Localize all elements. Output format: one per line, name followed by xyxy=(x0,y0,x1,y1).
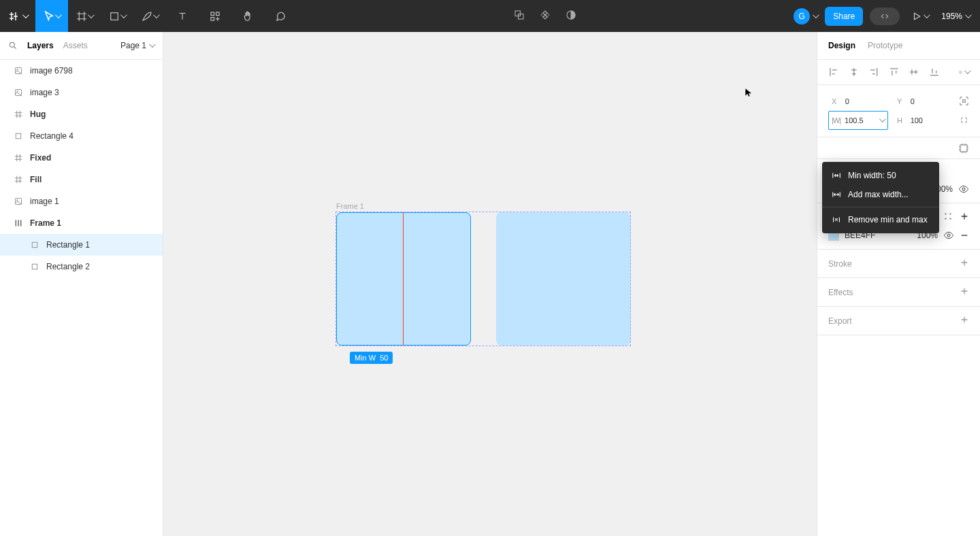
align-left-icon[interactable] xyxy=(828,67,839,78)
zoom-control[interactable]: 195% xyxy=(941,12,970,21)
h-label: H xyxy=(897,116,906,124)
svg-point-11 xyxy=(17,91,18,93)
layer-list: image 6798image 3HugRectangle 4FixedFill… xyxy=(0,60,163,278)
svg-rect-2 xyxy=(216,12,220,16)
frame-icon xyxy=(14,110,23,119)
move-tool[interactable] xyxy=(35,0,68,32)
layer-item[interactable]: image 1 xyxy=(0,190,163,212)
frame-label[interactable]: Frame 1 xyxy=(336,202,364,210)
align-bottom-icon[interactable] xyxy=(929,67,940,78)
y-input[interactable]: 0 xyxy=(911,97,950,105)
layer-item-label: Rectangle 2 xyxy=(46,262,90,271)
layer-item[interactable]: image 3 xyxy=(0,82,163,103)
text-tool[interactable] xyxy=(166,0,199,32)
tab-prototype[interactable]: Prototype xyxy=(868,41,902,50)
popover-remove-label: Remove min and max xyxy=(848,215,928,224)
width-field[interactable]: |W| 100.5 xyxy=(828,111,888,130)
svg-rect-4 xyxy=(515,11,521,16)
layer-item[interactable]: Rectangle 2 xyxy=(0,256,163,278)
fill-visibility-icon[interactable] xyxy=(943,230,954,241)
tab-design[interactable]: Design xyxy=(828,41,855,50)
min-width-badge: Min W 50 xyxy=(350,352,393,364)
svg-point-14 xyxy=(17,200,18,201)
constrain-proportions-icon[interactable] xyxy=(959,115,969,126)
popover-add-max-width[interactable]: Add max width... xyxy=(822,185,939,204)
add-export-button[interactable] xyxy=(960,315,969,326)
resources-tool[interactable] xyxy=(199,0,231,32)
dev-mode-toggle[interactable] xyxy=(870,7,900,25)
layer-item[interactable]: Rectangle 1 xyxy=(0,234,163,256)
add-fill-button[interactable] xyxy=(960,212,969,223)
layer-item-label: Rectangle 1 xyxy=(46,240,90,250)
tab-layers[interactable]: Layers xyxy=(27,41,54,50)
svg-point-23 xyxy=(949,218,951,220)
svg-point-20 xyxy=(945,213,947,215)
chevron-down-icon xyxy=(813,14,818,19)
layer-item[interactable]: Fixed xyxy=(0,147,163,169)
chevron-down-icon xyxy=(22,14,28,19)
frame-tool[interactable] xyxy=(68,0,101,32)
user-menu[interactable]: G xyxy=(794,8,818,24)
tidy-up-icon[interactable] xyxy=(958,67,969,78)
svg-rect-5 xyxy=(519,14,524,19)
width-constraints-popover: Min width: 50 Add max width... Remove mi… xyxy=(822,162,939,233)
effects-section-title: Effects xyxy=(828,288,853,297)
svg-point-22 xyxy=(945,218,947,220)
layer-item-label: Hug xyxy=(30,110,46,119)
visibility-toggle-icon[interactable] xyxy=(958,184,969,195)
page-selector[interactable]: Page 1 xyxy=(120,41,154,50)
frame-icon xyxy=(14,153,23,163)
width-dropdown-toggle[interactable] xyxy=(879,116,885,124)
clip-content-icon[interactable] xyxy=(958,143,969,154)
image-icon xyxy=(14,66,23,76)
rect-icon xyxy=(30,262,39,271)
frame-v-icon xyxy=(14,218,23,228)
frame-outline xyxy=(336,212,631,346)
add-stroke-button[interactable] xyxy=(960,258,969,269)
align-hcenter-icon[interactable] xyxy=(849,67,860,78)
layer-item[interactable]: Frame 1 xyxy=(0,212,163,234)
svg-rect-16 xyxy=(32,264,37,269)
tab-assets[interactable]: Assets xyxy=(63,41,88,50)
svg-rect-3 xyxy=(211,17,214,20)
layer-item[interactable]: Fill xyxy=(0,169,163,190)
popover-min-width[interactable]: Min width: 50 xyxy=(822,166,939,185)
pen-tool[interactable] xyxy=(133,0,166,32)
align-right-icon[interactable] xyxy=(868,67,879,78)
x-input[interactable]: 0 xyxy=(845,97,885,105)
image-icon xyxy=(14,88,23,97)
fill-styles-icon[interactable] xyxy=(943,212,953,223)
width-input[interactable]: 100.5 xyxy=(845,116,875,124)
search-icon[interactable] xyxy=(8,41,18,50)
boolean-ops-icon[interactable] xyxy=(513,9,525,24)
components-icon[interactable] xyxy=(539,9,551,24)
canvas[interactable]: Frame 1 Min W 50 xyxy=(163,32,817,536)
align-top-icon[interactable] xyxy=(889,67,900,78)
absolute-position-icon[interactable] xyxy=(959,96,969,107)
comment-tool[interactable] xyxy=(264,0,297,32)
remove-fill-icon[interactable] xyxy=(960,231,969,240)
layer-item-label: image 6798 xyxy=(30,66,73,76)
image-icon xyxy=(14,197,23,206)
height-input[interactable]: 100 xyxy=(911,116,950,124)
top-toolbar: G Share 195% xyxy=(0,0,980,32)
popover-remove-minmax[interactable]: Remove min and max xyxy=(822,210,939,229)
present-button[interactable] xyxy=(906,12,934,21)
svg-rect-1 xyxy=(211,12,214,16)
layer-item[interactable]: Hug xyxy=(0,103,163,125)
main-menu-button[interactable] xyxy=(0,0,35,32)
hand-tool[interactable] xyxy=(231,0,264,32)
svg-point-24 xyxy=(947,234,950,237)
svg-point-19 xyxy=(962,188,965,190)
add-effect-button[interactable] xyxy=(960,286,969,298)
page-label: Page 1 xyxy=(120,41,146,50)
layer-item[interactable]: image 6798 xyxy=(0,60,163,82)
layer-item[interactable]: Rectangle 4 xyxy=(0,125,163,147)
share-button[interactable]: Share xyxy=(825,7,863,26)
chevron-down-icon xyxy=(153,14,159,19)
rect-icon xyxy=(14,131,23,141)
shape-tool[interactable] xyxy=(101,0,133,32)
mask-icon[interactable] xyxy=(565,9,577,24)
cursor-icon xyxy=(744,86,753,99)
align-vcenter-icon[interactable] xyxy=(909,67,919,78)
